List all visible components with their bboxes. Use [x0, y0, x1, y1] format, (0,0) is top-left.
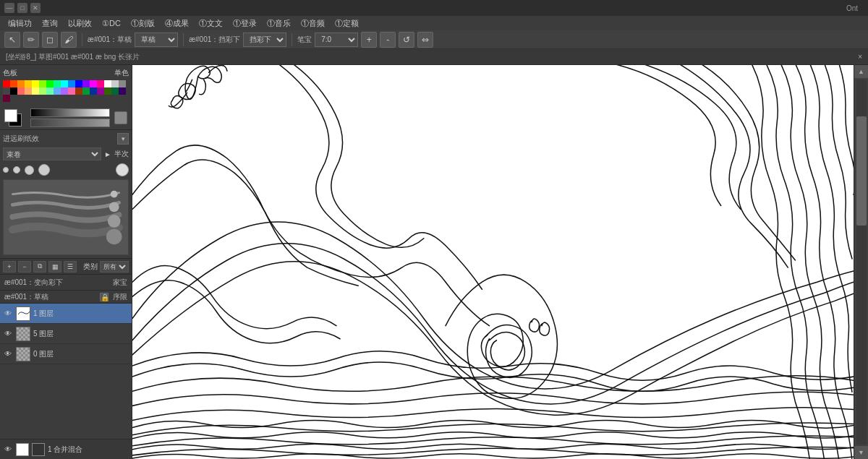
zoom-in-button[interactable]: +: [361, 32, 377, 48]
scroll-down-btn[interactable]: ▼: [854, 446, 869, 459]
color-swatch[interactable]: [17, 80, 25, 87]
color-swatch[interactable]: [104, 80, 111, 87]
color-swatch[interactable]: [10, 87, 17, 95]
color-swatch[interactable]: [97, 87, 104, 95]
menu-query[interactable]: 查询: [37, 16, 63, 30]
color-swatch[interactable]: [68, 87, 75, 95]
tool-brush[interactable]: 🖌: [61, 32, 77, 48]
layer-2-thumbnail: [16, 327, 30, 341]
zoom-select[interactable]: 7:0: [315, 33, 358, 47]
layer-3-eye[interactable]: 👁: [3, 349, 13, 359]
menu-edit[interactable]: 编辑功: [3, 16, 37, 30]
scroll-up-btn[interactable]: ▲: [854, 65, 869, 78]
toolbar-mode1-select[interactable]: 草稿: [135, 33, 178, 47]
color-swatch[interactable]: [75, 80, 82, 87]
color-swatch[interactable]: [39, 80, 46, 87]
brush-size-current[interactable]: [116, 163, 129, 176]
color-swatch[interactable]: [54, 80, 61, 87]
color-swatch[interactable]: [61, 87, 68, 95]
brush-size-lg[interactable]: [38, 164, 50, 176]
brush-strokes-svg: [4, 180, 128, 254]
color-swatch[interactable]: [82, 87, 90, 95]
color-swatch[interactable]: [54, 87, 61, 95]
color-swatch[interactable]: [32, 87, 39, 95]
color-swatch[interactable]: [32, 80, 39, 87]
tool-eraser[interactable]: ◻: [42, 32, 58, 48]
color-swatch[interactable]: [119, 87, 126, 95]
layer-type-select[interactable]: 所有: [100, 261, 129, 273]
window-controls[interactable]: — □ ✕: [4, 3, 41, 13]
menu-result[interactable]: ④成果: [160, 16, 194, 30]
toolbar-mode2-label: æ#001：挡彩下: [189, 35, 240, 45]
layer-merge-btn[interactable]: ▦: [48, 261, 61, 273]
layer-item-3[interactable]: 👁 0 图层: [0, 344, 132, 364]
color-swatch[interactable]: [90, 87, 97, 95]
color-swatch[interactable]: [97, 80, 104, 87]
menu-dc[interactable]: ①DC: [97, 16, 126, 30]
fg-bg-colors[interactable]: [4, 109, 26, 126]
brush-panel-title: 进远刷纸效 ▾: [3, 133, 129, 145]
color-preview[interactable]: [114, 111, 127, 124]
layer-path2-label: æ#001：草稿: [4, 292, 48, 302]
color-swatch[interactable]: [3, 95, 10, 102]
brush-option-btn[interactable]: ▾: [117, 133, 129, 145]
close-button[interactable]: ✕: [30, 3, 41, 13]
menu-quota[interactable]: ①定额: [330, 16, 364, 30]
tool-pen[interactable]: ✏: [23, 32, 39, 48]
layer-1-eye[interactable]: 👁: [3, 309, 13, 319]
fg-color[interactable]: [4, 109, 17, 122]
gradient-bar[interactable]: [30, 108, 110, 117]
scroll-track: [856, 80, 867, 445]
zoom-out-button[interactable]: -: [380, 32, 396, 48]
brush-size-sm[interactable]: [13, 166, 20, 173]
layer-bottom-eye[interactable]: 👁: [3, 445, 13, 455]
color-swatch[interactable]: [3, 80, 10, 87]
toolbar-mode2-select[interactable]: 挡彩下: [243, 33, 286, 47]
layer-item-2[interactable]: 👁 5 图层: [0, 324, 132, 344]
layer-add-btn[interactable]: +: [3, 261, 16, 273]
tool-select[interactable]: ↖: [4, 32, 20, 48]
layer-group-btn[interactable]: ☰: [64, 261, 77, 273]
menu-music[interactable]: ①音乐: [262, 16, 296, 30]
color-swatch[interactable]: [25, 80, 32, 87]
color-swatch[interactable]: [75, 87, 82, 95]
menu-audio[interactable]: ①音频: [296, 16, 330, 30]
color-swatch[interactable]: [82, 80, 90, 87]
brush-size-row: [3, 163, 129, 176]
layer-duplicate-btn[interactable]: ⧉: [33, 261, 46, 273]
color-swatch[interactable]: [90, 80, 97, 87]
color-swatch[interactable]: [17, 87, 25, 95]
flip-button[interactable]: ⇔: [417, 32, 433, 48]
menu-engrave[interactable]: ①刻版: [126, 16, 160, 30]
color-swatch[interactable]: [111, 87, 119, 95]
color-swatch[interactable]: [68, 80, 75, 87]
minimize-button[interactable]: —: [4, 3, 14, 13]
brush-tools: ▾: [117, 133, 129, 145]
menu-login[interactable]: ①登录: [228, 16, 262, 30]
color-swatch[interactable]: [3, 87, 10, 95]
brush-size-xs[interactable]: [3, 167, 9, 173]
restore-button[interactable]: □: [17, 3, 27, 13]
color-swatch[interactable]: [10, 80, 17, 87]
layer-2-eye[interactable]: 👁: [3, 329, 13, 339]
color-swatch[interactable]: [61, 80, 68, 87]
drawing-canvas[interactable]: [132, 65, 854, 459]
color-swatch[interactable]: [119, 80, 126, 87]
layer-1-name: 1 图层: [33, 309, 129, 319]
layer-item-1[interactable]: 👁 1 图层: [0, 304, 132, 324]
color-swatch[interactable]: [39, 87, 46, 95]
brush-size-md[interactable]: [25, 166, 34, 175]
menu-brush[interactable]: 以刷效: [63, 16, 97, 30]
color-swatch[interactable]: [104, 87, 111, 95]
color-swatch[interactable]: [46, 87, 54, 95]
layer-del-btn[interactable]: −: [18, 261, 31, 273]
rotate-button[interactable]: ↺: [399, 32, 414, 48]
color-swatch[interactable]: [25, 87, 32, 95]
opacity-bar[interactable]: [30, 119, 110, 127]
color-swatch[interactable]: [111, 80, 119, 87]
color-swatch[interactable]: [46, 80, 54, 87]
scroll-thumb[interactable]: [856, 116, 867, 226]
menu-text[interactable]: ①文文: [194, 16, 228, 30]
layer-filter-row2: æ#001：草稿 🔒 序限: [0, 291, 132, 304]
brush-type-select[interactable]: 束卷: [3, 147, 101, 160]
